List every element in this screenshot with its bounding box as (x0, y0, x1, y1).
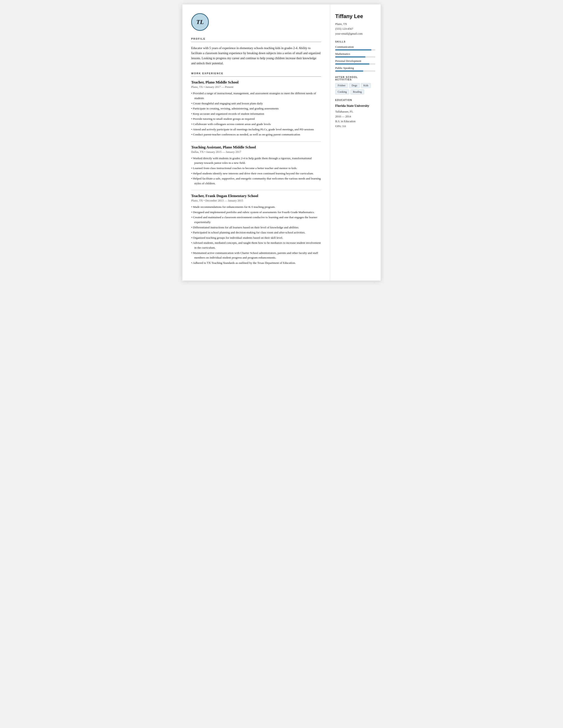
job-bullets-2: Made recommendations for enhancements fo… (191, 205, 321, 265)
skill-bar-fill-3 (335, 70, 363, 72)
edu-gpa: GPA: 3.6 (335, 124, 375, 129)
bullet-0-3: Keep accurate and organized records of s… (191, 111, 321, 116)
job-item-2: Teacher, Frank Dugan Elementary SchoolPl… (191, 194, 321, 270)
profile-section-title: PROFILE (191, 37, 321, 40)
bullet-2-0: Made recommendations for enhancements fo… (191, 205, 321, 209)
bullet-2-3: Differentiated instructions for all lear… (191, 225, 321, 230)
skill-item-2: Personal Development (335, 59, 375, 65)
activity-tag-2: Kids (361, 83, 371, 88)
skill-bar-fill-2 (335, 63, 369, 65)
bullet-0-0: Provided a range of instructional, manag… (191, 91, 321, 100)
activity-tag-0: Frisbee (335, 83, 348, 88)
bullet-1-0: Worked directly with students in grades … (191, 156, 321, 165)
skills-container: CommunicationMathematicsPersonal Develop… (335, 45, 375, 72)
logo-area: TL (191, 13, 321, 31)
bullet-0-4: Provide tutoring to small student groups… (191, 116, 321, 121)
candidate-name: Tiffany Lee (335, 13, 375, 19)
activity-tag-4: Reading (350, 89, 364, 94)
skill-bar-bg-0 (335, 49, 375, 50)
work-experience-section: WORK EXPERIENCE Teacher, Plano Middle Sc… (191, 72, 321, 270)
contact-info: Plano, TX (555) 123-4567 your-email@gmai… (335, 22, 375, 36)
job-meta-1: Dallas, TX • January 2015 — January 2017 (191, 150, 321, 154)
bullet-2-1: Designed and implemented portfolio and r… (191, 210, 321, 215)
education-school: Florida State University (335, 103, 375, 108)
skill-bar-bg-3 (335, 70, 375, 72)
job-item-0: Teacher, Plano Middle SchoolPlano, TX • … (191, 80, 321, 141)
education-details: Tallahassee, FL 2010 — 2014 B.S. in Educ… (335, 109, 375, 129)
edu-degree: B.S. in Education (335, 119, 375, 124)
skill-name-3: Public Speaking (335, 66, 375, 70)
skill-item-0: Communication (335, 45, 375, 50)
monogram-circle: TL (191, 13, 209, 31)
skill-bar-bg-1 (335, 56, 375, 57)
skill-item-1: Mathematics (335, 52, 375, 57)
job-meta-0: Plano, TX • January 2017 — Present (191, 85, 321, 89)
activity-tag-3: Cooking (335, 89, 349, 94)
edu-years: 2010 — 2014 (335, 114, 375, 119)
job-item-1: Teaching Assistant, Plano Middle SchoolD… (191, 145, 321, 190)
bullet-1-2: Helped students identify new interests a… (191, 171, 321, 176)
activities-section-title: AFTER SCHOOL ACTIVITIES (335, 76, 375, 81)
activity-tag-1: Dogs (349, 83, 359, 88)
bullet-0-2: Participate in creating, revising, admin… (191, 106, 321, 111)
skill-bar-bg-2 (335, 63, 375, 65)
job-bullets-0: Provided a range of instructional, manag… (191, 91, 321, 137)
bullet-0-7: Conduct parent-teacher conferences as ne… (191, 132, 321, 137)
skill-bar-fill-1 (335, 56, 365, 57)
bullet-1-1: Learned from class instructional coaches… (191, 166, 321, 171)
resume-wrapper: TL PROFILE Educator with 5 years of expe… (182, 4, 381, 281)
job-title-0: Teacher, Plano Middle School (191, 80, 321, 85)
main-column: TL PROFILE Educator with 5 years of expe… (182, 4, 330, 281)
skills-section-title: SKILLS (335, 41, 375, 43)
job-bullets-1: Worked directly with students in grades … (191, 156, 321, 186)
sidebar-column: Tiffany Lee Plano, TX (555) 123-4567 you… (330, 4, 381, 281)
edu-city: Tallahassee, FL (335, 109, 375, 114)
work-section-title: WORK EXPERIENCE (191, 72, 321, 75)
bullet-2-2: Created and maintained a classroom envir… (191, 215, 321, 224)
education-section-title: EDUCATION (335, 99, 375, 101)
profile-text: Educator with 5 years of experience in e… (191, 46, 321, 66)
skill-name-0: Communication (335, 45, 375, 49)
skill-bar-fill-0 (335, 49, 371, 50)
bullet-2-4: Participated in school planning and deci… (191, 230, 321, 235)
contact-city: Plano, TX (335, 22, 375, 26)
monogram-text: TL (196, 18, 204, 26)
jobs-container: Teacher, Plano Middle SchoolPlano, TX • … (191, 80, 321, 270)
job-meta-2: Plano, TX • December 2013 — January 2015 (191, 199, 321, 202)
activities-container: FrisbeeDogsKidsCookingReading (335, 83, 375, 94)
bullet-0-6: Attend and actively participate in all m… (191, 127, 321, 132)
profile-section: PROFILE Educator with 5 years of experie… (191, 37, 321, 66)
job-title-2: Teacher, Frank Dugan Elementary School (191, 194, 321, 198)
contact-phone: (555) 123-4567 (335, 26, 375, 31)
bullet-2-7: Maintained active communication with Cha… (191, 251, 321, 260)
work-divider (191, 76, 321, 77)
bullet-2-5: Organized teaching groups for individual… (191, 235, 321, 240)
skill-name-2: Personal Development (335, 59, 375, 63)
bullet-0-5: Collaborate with colleagues across conte… (191, 122, 321, 127)
bullet-0-1: Create thoughtful and engaging unit and … (191, 101, 321, 106)
job-title-1: Teaching Assistant, Plano Middle School (191, 145, 321, 150)
bullet-1-3: Helped facilitate a safe, supportive, an… (191, 176, 321, 186)
bullet-2-8: Adhered to TX Teaching Standards as outl… (191, 261, 321, 265)
skill-name-1: Mathematics (335, 52, 375, 56)
contact-email: your-email@gmail.com (335, 31, 375, 36)
skill-item-3: Public Speaking (335, 66, 375, 72)
bullet-2-6: Advised students, mediated concepts, and… (191, 240, 321, 250)
